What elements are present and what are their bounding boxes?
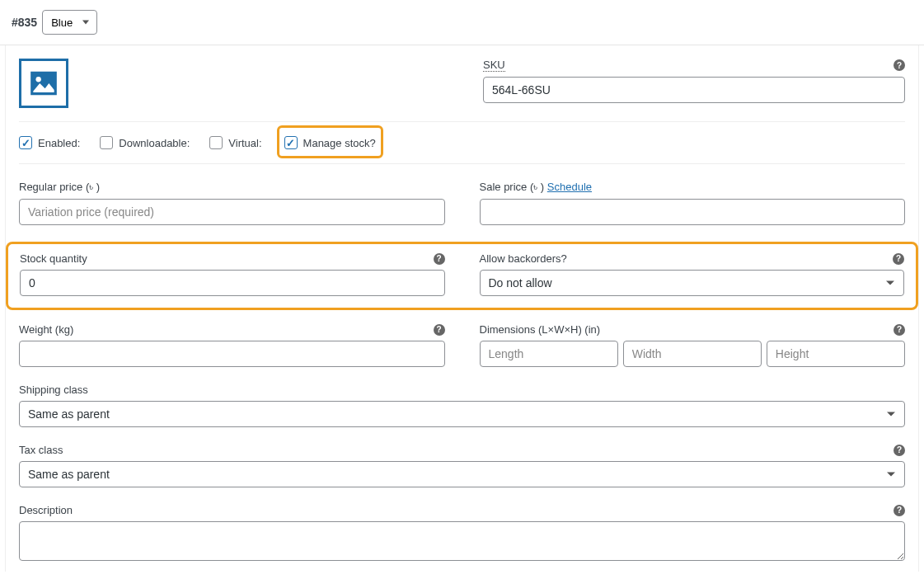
help-icon[interactable]: ? bbox=[894, 324, 905, 336]
enabled-checkbox[interactable] bbox=[19, 136, 32, 149]
help-icon[interactable]: ? bbox=[894, 505, 905, 516]
help-icon[interactable]: ? bbox=[893, 253, 904, 265]
downloadable-checkbox[interactable] bbox=[100, 136, 113, 149]
help-icon[interactable]: ? bbox=[894, 59, 905, 71]
stock-qty-input[interactable] bbox=[20, 270, 445, 296]
manage-stock-checkbox[interactable] bbox=[284, 136, 298, 149]
sale-price-label: Sale price (৳ ) Schedule bbox=[480, 181, 906, 194]
length-input[interactable] bbox=[480, 341, 618, 367]
help-icon[interactable]: ? bbox=[434, 324, 445, 336]
variation-header: #835 Blue bbox=[0, 0, 924, 45]
help-icon[interactable]: ? bbox=[894, 445, 905, 456]
tax-class-select[interactable]: Same as parent bbox=[19, 461, 905, 487]
regular-price-label: Regular price (৳ ) bbox=[19, 181, 445, 194]
enabled-label: Enabled: bbox=[38, 137, 80, 149]
weight-label: Weight (kg) bbox=[19, 323, 73, 336]
checkbox-row: Enabled: Downloadable: Virtual: Manage s… bbox=[19, 122, 905, 164]
variation-image-placeholder[interactable] bbox=[19, 59, 68, 108]
regular-price-input[interactable] bbox=[19, 199, 445, 225]
height-input[interactable] bbox=[767, 341, 905, 367]
sku-label: SKU bbox=[483, 59, 505, 72]
virtual-checkbox[interactable] bbox=[209, 136, 223, 149]
backorders-label: Allow backorders? bbox=[480, 252, 567, 265]
description-textarea[interactable] bbox=[19, 521, 905, 561]
tax-class-label: Tax class bbox=[19, 444, 63, 456]
stock-highlight-row: Stock quantity ? Allow backorders? ? Do … bbox=[6, 242, 918, 310]
description-label: Description bbox=[19, 504, 73, 516]
dimensions-label: Dimensions (L×W×H) (in) bbox=[480, 323, 601, 336]
variation-id: #835 bbox=[12, 16, 37, 29]
schedule-link[interactable]: Schedule bbox=[547, 181, 592, 193]
shipping-class-label: Shipping class bbox=[19, 384, 905, 396]
attribute-select[interactable]: Blue bbox=[42, 10, 97, 35]
width-input[interactable] bbox=[623, 341, 762, 367]
image-placeholder-icon bbox=[28, 68, 59, 99]
manage-stock-highlight: Manage stock? bbox=[277, 125, 383, 158]
sku-input[interactable] bbox=[483, 77, 905, 103]
help-icon[interactable]: ? bbox=[434, 253, 445, 265]
variation-body: SKU ? Enabled: Downloadable: Virtual: Ma… bbox=[5, 45, 919, 572]
backorders-select[interactable]: Do not allow bbox=[480, 270, 905, 296]
stock-qty-label: Stock quantity bbox=[20, 252, 87, 265]
sale-price-input[interactable] bbox=[480, 199, 906, 225]
svg-point-1 bbox=[36, 77, 41, 82]
downloadable-label: Downloadable: bbox=[119, 137, 190, 149]
virtual-label: Virtual: bbox=[228, 137, 261, 149]
manage-stock-label: Manage stock? bbox=[303, 137, 376, 149]
shipping-class-select[interactable]: Same as parent bbox=[19, 401, 905, 427]
weight-input[interactable] bbox=[19, 341, 445, 367]
